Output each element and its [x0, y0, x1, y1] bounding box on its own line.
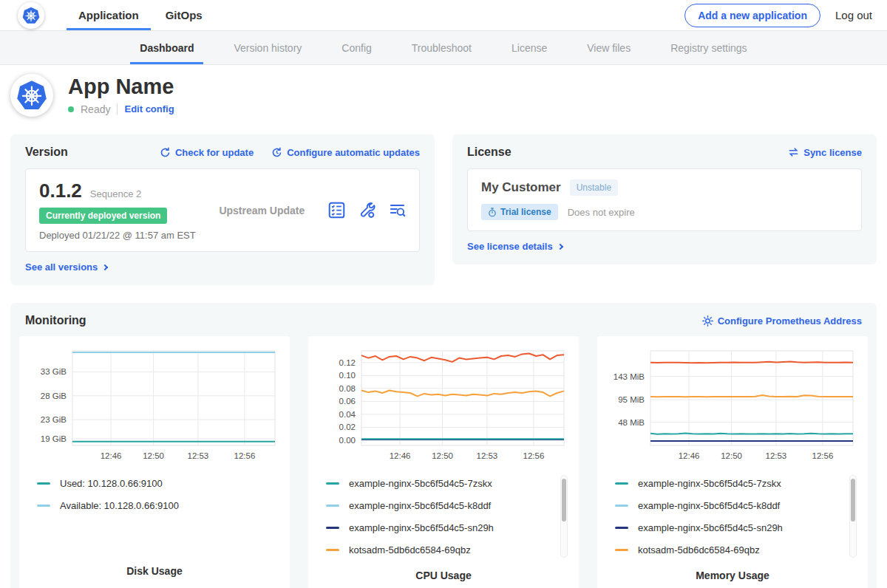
deployed-timestamp: Deployed 01/21/22 @ 11:57 am EST [39, 230, 196, 241]
disk-usage-svg: 19 GiB23 GiB28 GiB33 GiB12:4612:5012:531… [30, 343, 279, 466]
trial-license-badge: Trial license [481, 204, 558, 220]
top-nav: Application GitOps Add a new application… [0, 0, 887, 31]
stopwatch-icon [488, 208, 497, 217]
currently-deployed-badge: Currently deployed version [39, 208, 167, 224]
license-summary-row: My Customer Unstable Trial license Does … [467, 168, 862, 231]
legend-color-dash [326, 505, 339, 507]
add-application-button[interactable]: Add a new application [684, 4, 820, 27]
kubernetes-logo-icon [18, 2, 44, 29]
svg-text:12:50: 12:50 [432, 451, 453, 460]
legend-item: kotsadm-5db6dc6584-69qbz [326, 544, 558, 555]
disk-usage-legend: Used: 10.128.0.66:9100Available: 10.128.… [30, 472, 279, 562]
svg-text:12:46: 12:46 [390, 451, 411, 460]
svg-text:0.02: 0.02 [339, 423, 356, 431]
legend-scrollbar-track[interactable] [560, 475, 568, 558]
legend-label: example-nginx-5bc6f5d4c5-sn29h [349, 522, 494, 533]
legend-label: example-nginx-5bc6f5d4c5-7zskx [349, 478, 492, 489]
monitoring-title: Monitoring [25, 314, 86, 327]
cpu-usage-legend: example-nginx-5bc6f5d4c5-7zskxexample-ng… [319, 472, 568, 567]
svg-text:12:46: 12:46 [101, 451, 122, 460]
svg-text:0.00: 0.00 [339, 436, 356, 445]
memory-usage-legend: example-nginx-5bc6f5d4c5-7zskxexample-ng… [608, 472, 857, 567]
legend-color-dash [37, 482, 50, 485]
legend-scrollbar-thumb[interactable] [851, 479, 855, 522]
tab-gitops[interactable]: GitOps [152, 0, 216, 30]
configure-automatic-updates-link[interactable]: Configure automatic updates [271, 147, 420, 158]
legend-color-dash [615, 505, 628, 507]
legend-item: example-nginx-5bc6f5d4c5-k8ddf [326, 500, 558, 511]
cpu-usage-title: CPU Usage [319, 570, 568, 581]
refresh-icon [160, 147, 171, 158]
license-expiry: Does not expire [568, 207, 635, 218]
legend-color-dash [37, 505, 50, 507]
legend-color-dash [326, 482, 339, 485]
legend-color-dash [615, 549, 628, 551]
sync-icon [788, 147, 799, 157]
version-card: Version Check for update [10, 134, 435, 285]
tab-version-history[interactable]: Version history [214, 31, 322, 64]
see-all-versions-label: See all versions [25, 261, 98, 273]
svg-text:19 GiB: 19 GiB [41, 434, 67, 443]
view-logs-icon[interactable] [389, 202, 406, 219]
tab-dashboard[interactable]: Dashboard [120, 31, 214, 64]
see-license-details-link[interactable]: See license details [467, 241, 563, 252]
configure-automatic-updates-label: Configure automatic updates [287, 147, 420, 158]
legend-item: example-nginx-5bc6f5d4c5-7zskx [326, 478, 558, 489]
clock-refresh-icon [271, 147, 282, 158]
legend-label: example-nginx-5bc6f5d4c5-k8ddf [349, 500, 491, 511]
legend-label: example-nginx-5bc6f5d4c5-7zskx [638, 478, 781, 489]
chevron-right-icon [102, 264, 108, 270]
svg-text:0.10: 0.10 [339, 371, 356, 380]
logout-button[interactable]: Log out [835, 9, 872, 21]
legend-color-dash [615, 482, 628, 485]
disk-usage-plot: 19 GiB23 GiB28 GiB33 GiB12:4612:5012:531… [30, 343, 279, 469]
tab-license[interactable]: License [492, 31, 567, 64]
legend-color-dash [326, 527, 339, 529]
sync-license-link[interactable]: Sync license [788, 147, 862, 158]
cpu-usage-svg: 0.000.020.040.060.080.100.1212:4612:5012… [319, 343, 568, 466]
cpu-usage-plot: 0.000.020.040.060.080.100.1212:4612:5012… [319, 343, 568, 469]
svg-text:143 MiB: 143 MiB [614, 372, 645, 381]
cpu-usage-chart-card: 0.000.020.040.060.080.100.1212:4612:5012… [308, 336, 579, 588]
svg-text:12:56: 12:56 [234, 451, 256, 460]
legend-color-dash [615, 527, 628, 529]
app-header: App Name Ready Edit config [0, 65, 887, 127]
see-all-versions-link[interactable]: See all versions [25, 261, 107, 273]
sync-license-label: Sync license [803, 147, 862, 158]
status-text: Ready [81, 103, 110, 115]
svg-text:12:50: 12:50 [143, 451, 164, 460]
legend-scrollbar-thumb[interactable] [562, 479, 566, 522]
check-for-update-label: Check for update [175, 147, 254, 158]
legend-scrollbar-track[interactable] [849, 475, 857, 558]
chevron-right-icon [557, 243, 563, 249]
sequence-label: Sequence 2 [90, 188, 141, 199]
configure-prometheus-label: Configure Prometheus Address [718, 315, 862, 327]
customer-name: My Customer [481, 180, 561, 195]
edit-config-link[interactable]: Edit config [124, 103, 174, 114]
legend-label: kotsadm-5db6dc6584-69qbz [638, 544, 760, 555]
license-card: License Sync license My Customer Unstabl… [452, 134, 877, 264]
legend-item: Used: 10.128.0.66:9100 [37, 478, 269, 489]
legend-label: kotsadm-5db6dc6584-69qbz [349, 544, 471, 555]
svg-text:0.12: 0.12 [339, 358, 356, 367]
configure-prometheus-link[interactable]: Configure Prometheus Address [702, 315, 862, 327]
license-card-title: License [467, 146, 512, 159]
memory-usage-plot: 48 MiB95 MiB143 MiB12:4612:5012:5312:56 [608, 343, 857, 469]
app-kubernetes-icon [10, 74, 53, 117]
check-for-update-link[interactable]: Check for update [160, 147, 254, 158]
tab-troubleshoot[interactable]: Troubleshoot [392, 31, 492, 64]
tab-config[interactable]: Config [322, 31, 391, 64]
version-number: 0.1.2 [39, 180, 82, 202]
svg-text:12:53: 12:53 [187, 451, 208, 460]
preflight-checks-icon[interactable] [328, 202, 345, 219]
monitoring-card: Monitoring Configure Prometheus Address … [10, 303, 877, 588]
svg-text:12:56: 12:56 [812, 451, 834, 460]
memory-usage-title: Memory Usage [608, 570, 857, 581]
svg-text:23 GiB: 23 GiB [41, 415, 67, 424]
tab-registry-settings[interactable]: Registry settings [650, 31, 767, 64]
tab-application[interactable]: Application [65, 0, 152, 30]
edit-config-wrench-icon[interactable] [358, 202, 375, 219]
tab-view-files[interactable]: View files [567, 31, 650, 64]
legend-color-dash [326, 549, 339, 551]
svg-text:12:53: 12:53 [476, 451, 497, 460]
